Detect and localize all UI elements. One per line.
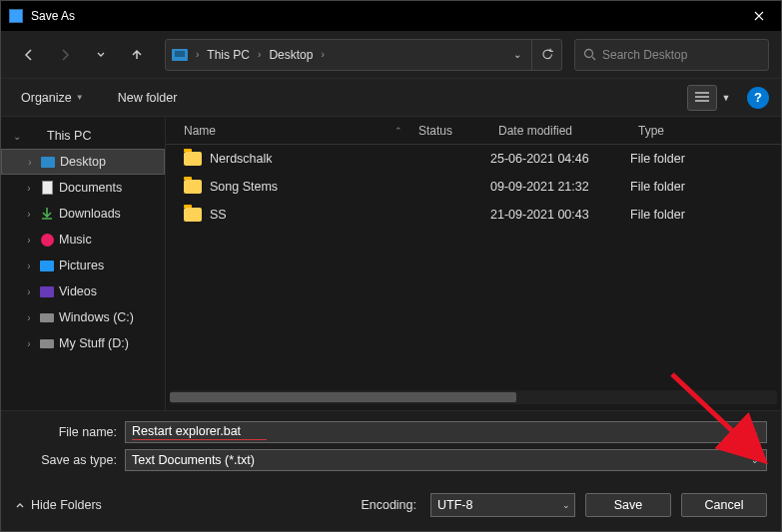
- filename-input[interactable]: [132, 424, 267, 438]
- hide-folders-button[interactable]: Hide Folders: [15, 498, 102, 512]
- arrow-up-icon: [130, 48, 144, 62]
- file-list-pane: Name⌃ Status Date modified Type Nerdscha…: [166, 117, 781, 410]
- encoding-label: Encoding:: [361, 498, 416, 512]
- window-title: Save As: [31, 9, 736, 23]
- tree-documents[interactable]: › Documents: [1, 175, 165, 201]
- nav-row: › This PC › Desktop › ⌄ Search Desktop: [1, 31, 781, 79]
- tree-desktop[interactable]: › Desktop: [1, 149, 165, 175]
- arrow-left-icon: [22, 48, 36, 62]
- list-view-icon: [695, 92, 709, 104]
- chevron-down-icon: ⌄: [562, 500, 570, 510]
- music-icon: [39, 232, 55, 248]
- save-as-dialog: Save As › This PC › Desktop › ⌄ Search D…: [0, 0, 782, 532]
- refresh-button[interactable]: [531, 40, 561, 70]
- folder-icon: [184, 180, 202, 194]
- view-dropdown[interactable]: ▼: [717, 85, 735, 111]
- chevron-right-icon: ›: [254, 49, 265, 60]
- up-button[interactable]: [121, 39, 153, 71]
- folder-icon: [184, 152, 202, 166]
- forward-button[interactable]: [49, 39, 81, 71]
- file-rows: Nerdschalk 25-06-2021 04:46 File folder …: [166, 145, 781, 390]
- app-icon: [9, 9, 23, 23]
- filename-dropdown[interactable]: ⌄: [746, 422, 764, 442]
- save-button[interactable]: Save: [585, 493, 671, 517]
- expand-icon[interactable]: ›: [23, 286, 35, 297]
- col-status[interactable]: Status: [410, 124, 490, 138]
- toolbar: Organize▼ New folder ▼ ?: [1, 79, 781, 117]
- drive-icon: [39, 335, 55, 351]
- filename-field[interactable]: ⌄: [125, 421, 767, 443]
- file-row[interactable]: Nerdschalk 25-06-2021 04:46 File folder: [166, 145, 781, 173]
- breadcrumb-folder[interactable]: Desktop: [265, 40, 317, 70]
- expand-icon[interactable]: ›: [23, 338, 35, 349]
- help-button[interactable]: ?: [747, 87, 769, 109]
- encoding-select[interactable]: UTF-8 ⌄: [430, 493, 575, 517]
- new-folder-button[interactable]: New folder: [110, 87, 186, 109]
- sort-asc-icon: ⌃: [394, 126, 402, 136]
- column-headers: Name⌃ Status Date modified Type: [166, 117, 781, 145]
- search-input[interactable]: Search Desktop: [574, 39, 769, 71]
- expand-icon[interactable]: ›: [23, 209, 35, 220]
- savetype-value: Text Documents (*.txt): [132, 453, 255, 467]
- pc-icon: [27, 128, 43, 144]
- horizontal-scrollbar[interactable]: [170, 390, 777, 404]
- close-icon: [754, 11, 764, 21]
- pc-icon: [172, 49, 188, 61]
- documents-icon: [39, 180, 55, 196]
- collapse-icon[interactable]: ⌄: [11, 131, 23, 142]
- breadcrumb-root[interactable]: This PC: [203, 40, 254, 70]
- svg-point-0: [585, 50, 593, 58]
- tree-videos[interactable]: › Videos: [1, 278, 165, 304]
- tree-music[interactable]: › Music: [1, 227, 165, 253]
- file-row[interactable]: SS 21-09-2021 00:43 File folder: [166, 201, 781, 229]
- tree-downloads[interactable]: › Downloads: [1, 201, 165, 227]
- expand-icon[interactable]: ›: [23, 183, 35, 194]
- drive-icon: [39, 309, 55, 325]
- desktop-icon: [40, 154, 56, 170]
- savetype-dropdown[interactable]: ⌄: [746, 450, 764, 470]
- chevron-right-icon: ›: [317, 49, 328, 60]
- footer: Hide Folders Encoding: UTF-8 ⌄ Save Canc…: [1, 483, 781, 531]
- col-date[interactable]: Date modified: [490, 124, 630, 138]
- folder-icon: [184, 208, 202, 222]
- chevron-up-icon: [15, 500, 25, 510]
- chevron-down-icon: ▼: [76, 93, 84, 102]
- expand-icon[interactable]: ›: [23, 312, 35, 323]
- titlebar: Save As: [1, 1, 781, 31]
- address-bar[interactable]: › This PC › Desktop › ⌄: [165, 39, 562, 71]
- pictures-icon: [39, 258, 55, 273]
- chevron-right-icon: ›: [192, 49, 203, 60]
- scrollbar-thumb[interactable]: [170, 392, 516, 402]
- arrow-right-icon: [58, 48, 72, 62]
- savetype-label: Save as type:: [15, 453, 125, 467]
- organize-button[interactable]: Organize▼: [13, 87, 92, 109]
- tree-this-pc[interactable]: ⌄ This PC: [1, 123, 165, 149]
- tree-drive-d[interactable]: › My Stuff (D:): [1, 330, 165, 356]
- expand-icon[interactable]: ›: [23, 261, 35, 271]
- search-icon: [583, 48, 596, 61]
- file-row[interactable]: Song Stems 09-09-2021 21:32 File folder: [166, 173, 781, 201]
- address-dropdown[interactable]: ⌄: [503, 40, 531, 70]
- col-type[interactable]: Type: [630, 124, 781, 138]
- savetype-field[interactable]: Text Documents (*.txt) ⌄: [125, 449, 767, 471]
- chevron-down-icon: [96, 50, 106, 60]
- view-button[interactable]: [687, 85, 717, 111]
- back-button[interactable]: [13, 39, 45, 71]
- cancel-button[interactable]: Cancel: [681, 493, 767, 517]
- expand-icon[interactable]: ›: [23, 235, 35, 246]
- expand-icon[interactable]: ›: [24, 157, 36, 168]
- videos-icon: [39, 283, 55, 299]
- close-button[interactable]: [736, 1, 781, 31]
- tree-drive-c[interactable]: › Windows (C:): [1, 304, 165, 330]
- refresh-icon: [540, 48, 554, 62]
- recent-dropdown[interactable]: [85, 39, 117, 71]
- main-area: ⌄ This PC › Desktop › Documents › Downlo…: [1, 117, 781, 410]
- filename-label: File name:: [15, 425, 125, 439]
- save-form: File name: ⌄ Save as type: Text Document…: [1, 410, 781, 483]
- downloads-icon: [39, 206, 55, 222]
- col-name[interactable]: Name⌃: [166, 124, 410, 138]
- search-placeholder: Search Desktop: [602, 48, 687, 62]
- nav-tree: ⌄ This PC › Desktop › Documents › Downlo…: [1, 117, 166, 410]
- tree-pictures[interactable]: › Pictures: [1, 253, 165, 278]
